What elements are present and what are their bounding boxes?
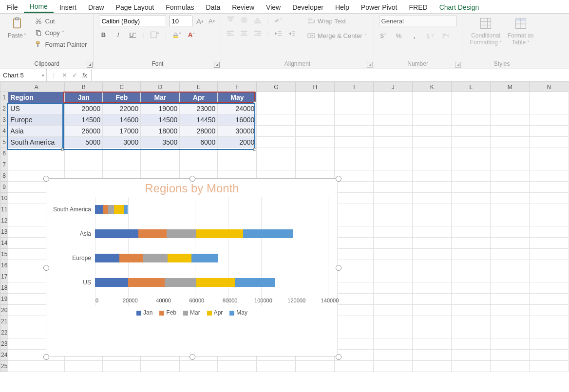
tab-formulas[interactable]: Formulas [160,1,200,13]
number-format-select[interactable] [379,16,457,26]
cell[interactable] [452,316,491,327]
chart-segment[interactable] [95,229,138,238]
chart-segment[interactable] [95,278,128,287]
cell[interactable]: Europe [8,114,65,126]
cell[interactable] [413,182,452,193]
cell[interactable]: 16000 [218,114,257,126]
cell[interactable]: 18000 [141,126,180,137]
cell[interactable] [491,114,530,126]
row-header[interactable]: 16 [0,260,8,271]
cell[interactable] [452,282,491,294]
cell[interactable] [452,193,491,204]
row-header[interactable]: 22 [0,327,8,338]
cell[interactable] [374,215,413,226]
row-header[interactable]: 1 [0,92,8,103]
underline-button[interactable]: U [128,30,137,39]
cell[interactable] [296,92,335,103]
cell[interactable] [452,327,491,338]
font-dialog-launcher[interactable]: ◢ [214,62,220,68]
cell[interactable] [491,294,530,305]
cell[interactable]: 3500 [141,137,180,148]
conditional-formatting-button[interactable]: Conditional Formatting [467,16,505,47]
cell[interactable] [335,126,374,137]
cell[interactable] [530,282,569,294]
cell[interactable] [491,226,530,238]
chart-bar[interactable] [95,205,328,214]
chart-legend[interactable]: JanFebMarAprMay [46,309,338,316]
cell[interactable]: 30000 [218,126,257,137]
chart-segment[interactable] [119,254,144,262]
row-header[interactable]: 21 [0,316,8,327]
cell[interactable] [103,159,141,170]
cell[interactable] [452,159,491,170]
chart-segment[interactable] [124,205,128,214]
chart-segment[interactable] [196,278,235,287]
cell[interactable] [374,182,413,193]
row-header[interactable]: 18 [0,282,8,294]
chart-resize-handle[interactable] [190,176,195,182]
font-name-select[interactable] [99,16,166,26]
chart-plot-area[interactable]: South AmericaAsiaEuropeUS 02000040000600… [46,197,338,306]
cell[interactable] [530,305,569,316]
row-header[interactable]: 9 [0,182,8,193]
cell[interactable] [335,103,374,114]
comma-button[interactable]: , [410,31,419,40]
cell[interactable] [413,137,452,148]
chart-segment[interactable] [143,254,168,262]
cell[interactable] [374,338,413,350]
cell[interactable] [335,361,374,372]
fbar-handle-icon[interactable]: ⋮ [51,72,57,79]
cell[interactable] [335,282,374,294]
row-header[interactable]: 10 [0,193,8,204]
legend-item[interactable]: Mar [183,309,200,316]
cell[interactable] [335,294,374,305]
cell[interactable] [491,182,530,193]
cell[interactable] [452,260,491,271]
row-header[interactable]: 8 [0,170,8,182]
cell[interactable]: 14500 [65,114,103,126]
cell[interactable] [491,137,530,148]
cell[interactable]: May [218,92,257,103]
cell[interactable] [374,137,413,148]
cell[interactable] [491,338,530,350]
cell[interactable] [180,148,218,159]
cell[interactable] [335,316,374,327]
cell[interactable] [413,282,452,294]
cell[interactable] [530,215,569,226]
row-header[interactable]: 7 [0,159,8,170]
chart-resize-handle[interactable] [43,265,49,271]
cell[interactable] [141,361,180,372]
cell[interactable] [491,148,530,159]
cell[interactable] [530,170,569,182]
col-header-B[interactable]: B [65,82,103,92]
cell[interactable] [296,114,335,126]
cell[interactable] [374,305,413,316]
cell[interactable] [491,282,530,294]
chart-resize-handle[interactable] [336,354,341,360]
chart-segment[interactable] [243,229,293,238]
cell[interactable] [413,103,452,114]
col-header-K[interactable]: K [413,82,452,92]
cell[interactable] [257,361,296,372]
cell[interactable] [335,204,374,215]
col-header-N[interactable]: N [530,82,569,92]
cell[interactable] [335,114,374,126]
tab-data[interactable]: Data [200,1,227,13]
cell[interactable] [452,305,491,316]
cell[interactable] [491,350,530,361]
row-header[interactable]: 15 [0,249,8,260]
cell[interactable] [374,204,413,215]
cell[interactable] [413,204,452,215]
cell[interactable] [491,170,530,182]
worksheet-grid[interactable]: ABCDEFGHIJKLMN1RegionJanFebMarAprMay2US2… [0,82,569,392]
cell[interactable] [530,103,569,114]
row-header[interactable]: 19 [0,294,8,305]
col-header-H[interactable]: H [296,82,335,92]
tab-chart-design[interactable]: Chart Design [434,1,485,13]
cell[interactable]: 22000 [103,103,141,114]
cell[interactable] [335,215,374,226]
cell[interactable] [335,137,374,148]
merge-center-button[interactable]: Merge & Center [305,30,369,41]
legend-item[interactable]: Feb [159,309,176,316]
cell[interactable] [452,226,491,238]
